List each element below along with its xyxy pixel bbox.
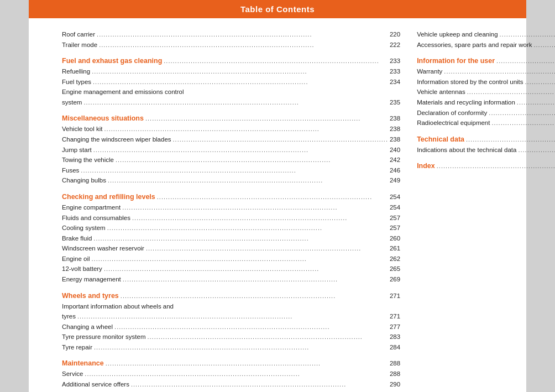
toc-label: Roof carrier (62, 29, 95, 39)
toc-dots: ........................................… (93, 145, 388, 155)
toc-dots: ........................................… (517, 98, 555, 108)
toc-page: 246 (390, 165, 400, 175)
toc-page: 235 (390, 97, 400, 107)
toc-row: Windscreen washer reservoir ............… (62, 243, 400, 254)
toc-row: Radioelectrical equipment ..............… (417, 118, 555, 128)
toc-row: Roof carrier ...........................… (62, 29, 400, 40)
toc-dots: ........................................… (77, 312, 388, 322)
toc-page: 238 (390, 124, 400, 134)
toc-dots: ........................................… (121, 291, 388, 301)
toc-dots: ........................................… (164, 56, 388, 66)
section-heading: Technical data (417, 134, 464, 145)
toc-row: Refuelling .............................… (62, 66, 400, 77)
toc-label-line1: Important information about wheels and (62, 301, 400, 311)
toc-label: Vehicle tool kit (62, 124, 103, 134)
toc-label: Engine compartment (62, 202, 121, 212)
section-heading-row: Index ..................................… (417, 160, 555, 171)
toc-dots: ........................................… (466, 135, 555, 145)
toc-page: 271 (390, 311, 400, 321)
toc-page: 269 (390, 274, 400, 284)
toc-page: 290 (390, 379, 400, 389)
toc-page: 254 (390, 202, 400, 212)
toc-page: 265 (390, 264, 400, 274)
toc-page: 271 (390, 291, 400, 301)
toc-label: Indications about the technical data (417, 145, 516, 155)
toc-dots: ........................................… (107, 223, 388, 233)
toc-label: Changing a wheel (62, 322, 113, 332)
toc-label: Windscreen washer reservoir (62, 243, 144, 253)
toc-label: Tyre pressure monitor system (62, 332, 145, 342)
toc-label: Changing the windscreen wiper blades (62, 134, 171, 144)
page: Table of Contents Roof carrier .........… (29, 0, 526, 392)
toc-row: Service ................................… (62, 369, 400, 379)
toc-row: Changing the windscreen wiper blades ...… (62, 134, 400, 145)
toc-dots: ........................................… (123, 275, 388, 285)
toc-page: 283 (390, 332, 400, 342)
toc-dots: ........................................… (83, 98, 388, 108)
toc-row: system .................................… (62, 97, 400, 108)
toc-label: Refuelling (62, 66, 90, 76)
toc-page: 238 (390, 134, 400, 144)
left-column: Roof carrier ...........................… (62, 29, 400, 390)
toc-page: 242 (390, 155, 400, 165)
toc-dots: ........................................… (106, 359, 388, 369)
toc-label-line1: Engine management and emissions control (62, 87, 400, 97)
toc-dots: ........................................… (534, 40, 556, 50)
toc-dots: ........................................… (518, 145, 555, 155)
toc-dots: ........................................… (97, 30, 388, 40)
toc-row: Vehicle upkeep and cleaning ............… (417, 29, 555, 40)
toc-dots: ........................................… (444, 67, 555, 77)
toc-row: Additional service offers ..............… (62, 379, 400, 390)
toc-dots: ........................................… (99, 40, 388, 50)
toc-row: Jump start .............................… (62, 145, 400, 155)
toc-row: Changing bulbs .........................… (62, 175, 400, 186)
toc-row: 12-volt battery ........................… (62, 264, 400, 274)
content-area: Roof carrier ...........................… (29, 18, 526, 392)
toc-dots: ........................................… (93, 234, 388, 244)
toc-row: tyres ..................................… (62, 311, 400, 322)
right-column: Vehicle upkeep and cleaning ............… (417, 29, 555, 390)
toc-dots: ........................................… (92, 254, 388, 264)
toc-label: Information stored by the control units (417, 77, 523, 87)
section-heading: Fuel and exhaust gas cleaning (62, 55, 162, 66)
toc-row: Engine oil .............................… (62, 254, 400, 264)
toc-row: Accessories, spare parts and repair work… (417, 40, 555, 50)
toc-row: Tyre pressure monitor system ...........… (62, 332, 400, 342)
toc-label: Fuel types (62, 77, 91, 87)
toc-multiline-row: Engine management and emissions controls… (62, 87, 400, 107)
toc-label: Warranty (417, 66, 442, 76)
toc-page: 288 (390, 358, 400, 368)
toc-row: Tyre repair ............................… (62, 342, 400, 353)
toc-dots: ........................................… (467, 87, 555, 97)
toc-row: Vehicle tool kit .......................… (62, 124, 400, 134)
section-heading-row: Fuel and exhaust gas cleaning ..........… (62, 55, 400, 66)
toc-label: Engine oil (62, 254, 90, 264)
toc-dots: ........................................… (146, 244, 388, 254)
toc-row: Information stored by the control units … (417, 77, 555, 87)
toc-label: 12-volt battery (62, 264, 102, 274)
toc-label: Energy management (62, 274, 121, 284)
toc-page: 257 (390, 213, 400, 223)
section-heading: Checking and refilling levels (62, 191, 155, 202)
header-bar: Table of Contents (29, 0, 526, 18)
section-heading-row: Technical data .........................… (417, 134, 555, 145)
toc-dots: ........................................… (104, 264, 388, 274)
toc-dots: ........................................… (496, 56, 555, 66)
toc-row: Energy management ......................… (62, 274, 400, 285)
toc-dots: ........................................… (85, 369, 388, 379)
toc-page: 257 (390, 223, 400, 233)
toc-row: Cooling system .........................… (62, 223, 400, 233)
toc-dots: ........................................… (145, 114, 388, 124)
section-heading-row: Miscellaneous situations ...............… (62, 113, 400, 124)
section-heading: Maintenance (62, 358, 104, 369)
toc-dots: ........................................… (525, 77, 555, 87)
section-heading: Information for the user (417, 55, 495, 66)
toc-row: Engine compartment .....................… (62, 202, 400, 213)
toc-page: 288 (390, 369, 400, 379)
toc-dots: ........................................… (104, 124, 388, 134)
toc-dots: ........................................… (94, 343, 388, 353)
section-heading-row: Information for the user ...............… (417, 55, 555, 66)
toc-row: Fuel types .............................… (62, 77, 400, 87)
toc-page: 254 (390, 192, 400, 202)
toc-label: Brake fluid (62, 233, 92, 243)
